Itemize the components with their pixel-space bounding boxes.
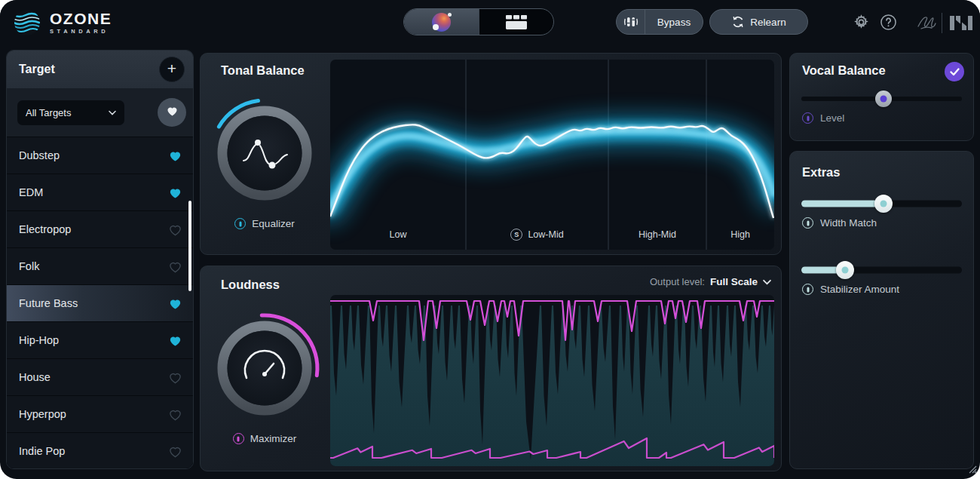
tonal-balance-title: Tonal Balance [221, 63, 305, 78]
loudness-title: Loudness [221, 278, 280, 292]
band-high[interactable]: High [706, 227, 774, 242]
target-list: Dubstep EDM Electropop Folk Future Bass [7, 137, 193, 468]
band-low-mid[interactable]: S Low-Mid [466, 227, 608, 242]
favorites-filter-button[interactable] [158, 98, 186, 127]
target-row-label: Hip-Hop [19, 334, 168, 346]
target-title: Target [19, 63, 159, 76]
chevron-down-icon [763, 279, 771, 285]
vocal-level-label: Level [820, 112, 844, 124]
slider-handle[interactable] [874, 195, 893, 213]
target-row[interactable]: Hyperpop [7, 396, 193, 432]
target-row[interactable]: Electropop [7, 211, 193, 247]
vocal-balance-panel: Vocal Balance Level [789, 53, 974, 141]
target-row-label: Hyperpop [19, 408, 168, 420]
settings-button[interactable] [852, 13, 871, 32]
stabilizer-amount-slider[interactable] [801, 261, 962, 279]
width-match-label: Width Match [820, 217, 877, 229]
output-level-dropdown[interactable]: Output level: Full Scale [650, 276, 771, 287]
maximizer-module-row[interactable]: Maximizer [201, 433, 329, 444]
target-row[interactable]: Folk [7, 248, 193, 284]
power-icon[interactable] [802, 112, 813, 124]
favorite-heart-icon[interactable] [168, 445, 182, 458]
target-row[interactable]: Dubstep [7, 137, 193, 173]
equalizer-module-label: Equalizer [252, 218, 294, 229]
assistant-view-tab[interactable] [404, 9, 479, 35]
loudness-panel: Loudness [200, 266, 782, 471]
power-icon[interactable] [233, 433, 244, 444]
band-labels: Low S Low-Mid High-Mid High [330, 227, 774, 242]
brand: OZONE STANDARD [50, 11, 112, 35]
output-level-label: Output level: [650, 276, 705, 287]
resize-grip-icon [967, 464, 977, 474]
equalizer-module-row[interactable]: Equalizer [201, 218, 329, 229]
output-level-value: Full Scale [710, 276, 758, 287]
band-low[interactable]: Low [330, 227, 466, 242]
band-high-label: High [730, 229, 750, 240]
vocal-level-slider[interactable] [801, 90, 962, 108]
relearn-button[interactable]: Relearn [709, 9, 808, 35]
tonal-balance-panel: Tonal Balance [200, 53, 782, 255]
bypass-button-group: Bypass [616, 9, 703, 35]
solo-badge-icon[interactable]: S [510, 229, 522, 241]
target-row-label: Electropop [19, 223, 168, 235]
maximizer-amount-knob[interactable] [204, 308, 325, 428]
heart-icon [166, 105, 179, 120]
favorite-heart-icon[interactable] [168, 334, 182, 347]
resize-grip[interactable] [967, 463, 977, 477]
ozone-logo-icon [12, 8, 42, 38]
favorite-heart-icon[interactable] [168, 186, 182, 199]
view-mode-toggle[interactable] [403, 8, 554, 35]
slider-handle[interactable] [836, 261, 854, 279]
power-icon[interactable] [234, 218, 246, 229]
slider-fill [801, 201, 884, 207]
target-row-label: Indie Pop [19, 445, 168, 457]
io-faders-button[interactable] [617, 14, 645, 30]
audiolens-button[interactable] [915, 13, 938, 32]
target-row[interactable]: House [7, 359, 193, 395]
band-high-mid[interactable]: High-Mid [608, 227, 706, 242]
brand-tier: STANDARD [50, 29, 112, 35]
width-match-row[interactable]: Width Match [802, 217, 877, 229]
width-match-slider[interactable] [801, 195, 962, 213]
top-bar: OZONE STANDARD [0, 0, 980, 47]
target-row-label: Folk [19, 260, 168, 272]
band-low-mid-label: Low-Mid [528, 229, 563, 240]
power-icon[interactable] [802, 284, 813, 295]
tonal-balance-spectrum: Low S Low-Mid High-Mid High [330, 60, 774, 250]
detailed-view-tab[interactable] [479, 9, 554, 35]
target-filter-select[interactable]: All Targets [17, 100, 124, 125]
target-filter-row: All Targets [7, 88, 193, 137]
band-low-label: Low [390, 229, 407, 240]
target-row[interactable]: Future Bass [7, 285, 193, 321]
bypass-button[interactable]: Bypass [645, 17, 703, 28]
target-header: Target + [7, 51, 193, 88]
slider-handle[interactable] [875, 91, 892, 107]
favorite-heart-icon[interactable] [168, 408, 182, 421]
target-row[interactable]: Hip-Hop [7, 322, 193, 358]
vocal-balance-enabled-check[interactable] [945, 62, 964, 81]
equalizer-amount-knob[interactable] [204, 93, 325, 213]
add-target-button[interactable]: + [159, 57, 185, 82]
loudness-waveform [330, 295, 774, 466]
stabilizer-amount-row[interactable]: Stabilizer Amount [802, 284, 899, 295]
topbar-divider [942, 13, 942, 33]
favorite-heart-icon[interactable] [168, 223, 182, 236]
target-row-label: EDM [19, 186, 168, 198]
favorite-heart-icon[interactable] [168, 260, 182, 273]
help-button[interactable] [879, 13, 898, 32]
favorite-heart-icon[interactable] [168, 297, 182, 310]
favorite-heart-icon[interactable] [168, 371, 182, 384]
maximizer-module-label: Maximizer [250, 433, 297, 444]
vocal-level-row[interactable]: Level [802, 112, 844, 124]
brand-name: OZONE [50, 11, 112, 26]
target-list-scrollbar[interactable] [188, 201, 191, 291]
band-high-mid-label: High-Mid [639, 229, 676, 240]
target-filter-value: All Targets [26, 107, 103, 118]
power-icon[interactable] [802, 217, 813, 229]
target-row[interactable]: EDM [7, 174, 193, 210]
relearn-cycle-icon [731, 15, 745, 29]
target-row[interactable]: Indie Pop [7, 433, 193, 469]
favorite-heart-icon[interactable] [168, 149, 182, 162]
check-icon [950, 68, 960, 76]
assistant-sphere-icon [432, 13, 451, 32]
